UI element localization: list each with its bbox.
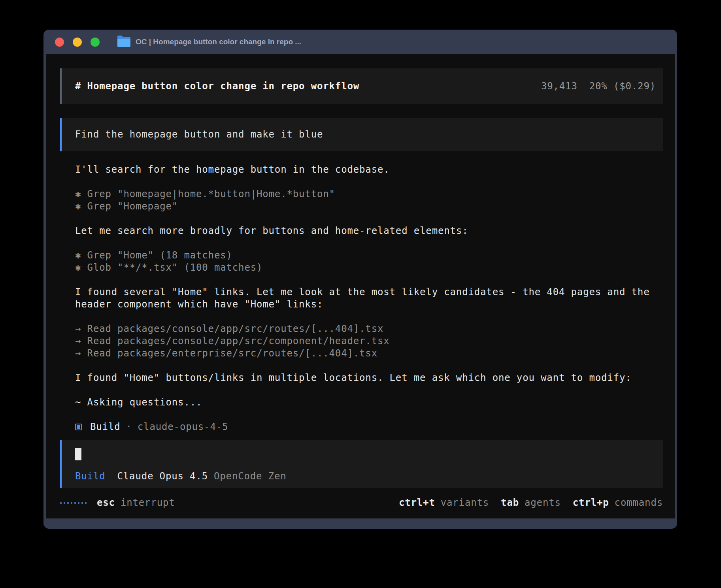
- session-stats: 39,413 20% ($0.29): [541, 80, 656, 92]
- transcript-line: ~ Asking questions...: [75, 396, 663, 409]
- session-header: # Homepage button color change in repo w…: [60, 68, 663, 104]
- provider-label: OpenCode Zen: [214, 470, 287, 482]
- shortcut-label: variants: [441, 497, 489, 509]
- agent-name: Build: [90, 421, 121, 433]
- close-button[interactable]: [55, 38, 64, 47]
- model-label[interactable]: Claude Opus 4.5: [117, 470, 208, 482]
- zoom-button[interactable]: [91, 38, 100, 47]
- session-title: # Homepage button color change in repo w…: [75, 80, 359, 92]
- context-usage: 20% ($0.29): [589, 80, 656, 92]
- spinner-dot: [60, 502, 62, 504]
- terminal-content: # Homepage button color change in repo w…: [46, 54, 675, 518]
- agent-separator: ·: [126, 421, 132, 433]
- window-title: OC | Homepage button color change in rep…: [136, 38, 301, 46]
- spinner-dot: [67, 502, 69, 504]
- agent-model: claude-opus-4-5: [138, 421, 228, 433]
- assistant-transcript: I'll search for the homepage button in t…: [75, 164, 663, 433]
- transcript-line: → Read packages/enterprise/src/routes/[.…: [75, 347, 663, 360]
- shortcut-agents[interactable]: tab agents: [501, 497, 561, 509]
- interrupt-hint: interrupt: [121, 497, 175, 509]
- input-footer: Build Claude Opus 4.5 OpenCode Zen: [75, 470, 656, 482]
- spinner-dot: [85, 502, 87, 504]
- text-cursor: [75, 448, 81, 460]
- minimize-button[interactable]: [73, 38, 82, 47]
- mode-label[interactable]: Build: [75, 470, 106, 482]
- spinner-dot: [74, 502, 76, 504]
- shortcut-key: ctrl+t: [399, 497, 435, 509]
- transcript-line: Let me search more broadly for buttons a…: [75, 225, 663, 237]
- user-message: Find the homepage button and make it blu…: [60, 118, 663, 151]
- agent-icon: [75, 424, 82, 430]
- assistant-text: I found several "Home" links. Let me loo…: [75, 286, 663, 311]
- transcript-line: ✱ Grep "homepage|home.*button|Home.*butt…: [75, 188, 663, 200]
- prompt-input[interactable]: Build Claude Opus 4.5 OpenCode Zen: [60, 440, 663, 488]
- transcript-line: ✱ Grep "Homepage": [75, 200, 663, 213]
- terminal-window: OC | Homepage button color change in rep…: [43, 30, 677, 529]
- status-bar-left: esc interrupt: [60, 497, 175, 509]
- transcript-line: → Read packages/console/app/src/routes/[…: [75, 323, 663, 335]
- spinner-dot: [81, 502, 83, 504]
- transcript-line: ✱ Grep "Home" (18 matches): [75, 249, 663, 262]
- assistant-text: ~ Asking questions...: [75, 396, 663, 409]
- assistant-text: I found "Home" buttons/links in multiple…: [75, 372, 663, 384]
- shortcut-label: agents: [525, 497, 561, 509]
- spinner-dot: [64, 502, 65, 504]
- shortcut-label: commands: [615, 497, 663, 509]
- transcript-line: I found several "Home" links. Let me loo…: [75, 286, 663, 311]
- tool-call-group: → Read packages/console/app/src/routes/[…: [75, 323, 663, 360]
- spinner-dot: [71, 502, 72, 504]
- tool-call-group: ✱ Grep "homepage|home.*button|Home.*butt…: [75, 188, 663, 213]
- status-bar-right: ctrl+t variants tab agents ctrl+p comman…: [399, 497, 663, 509]
- transcript-line: → Read packages/console/app/src/componen…: [75, 335, 663, 347]
- shortcut-commands[interactable]: ctrl+p commands: [573, 497, 663, 509]
- agent-status-line: Build · claude-opus-4-5: [75, 421, 663, 433]
- esc-key-label[interactable]: esc: [97, 497, 115, 509]
- tool-call-group: ✱ Grep "Home" (18 matches)✱ Glob "**/*.t…: [75, 249, 663, 274]
- transcript-line: I found "Home" buttons/links in multiple…: [75, 372, 663, 384]
- assistant-text: I'll search for the homepage button in t…: [75, 164, 663, 176]
- folder-icon: [117, 37, 130, 47]
- status-bar: esc interrupt ctrl+t variants tab agents…: [60, 497, 663, 509]
- transcript-line: I'll search for the homepage button in t…: [75, 164, 663, 176]
- window-titlebar: OC | Homepage button color change in rep…: [43, 30, 677, 54]
- spinner-dots-icon: [60, 502, 87, 504]
- token-count: 39,413: [541, 80, 578, 92]
- transcript-line: ✱ Glob "**/*.tsx" (100 matches): [75, 262, 663, 274]
- user-message-text: Find the homepage button and make it blu…: [75, 128, 323, 141]
- spinner-dot: [78, 502, 79, 504]
- shortcut-key: tab: [501, 497, 519, 509]
- assistant-text: Let me search more broadly for buttons a…: [75, 225, 663, 237]
- shortcut-variants[interactable]: ctrl+t variants: [399, 497, 489, 509]
- shortcut-key: ctrl+p: [573, 497, 609, 509]
